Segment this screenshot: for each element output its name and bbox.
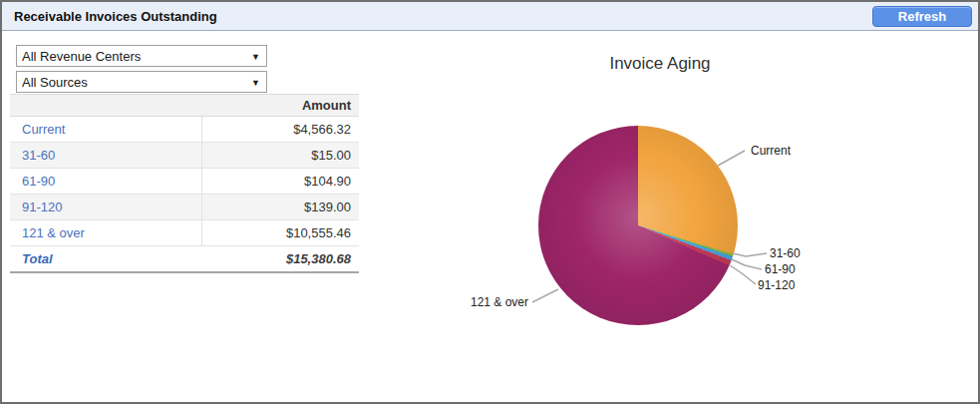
table-row: 61-90 $104.90 (10, 169, 359, 195)
amount-column-header: Amount (201, 95, 359, 117)
table-row: Current $4,566.32 (10, 117, 359, 143)
panel-header: Receivable Invoices Outstanding (2, 2, 978, 31)
aging-table: Amount Current $4,566.32 31-60 $15.00 61… (10, 94, 359, 273)
total-amount: $15,380.68 (201, 246, 359, 273)
chart-title: Invoice Aging (381, 54, 939, 74)
empty-header-cell (10, 95, 201, 117)
pie-label-91-120: 91-120 (758, 278, 795, 292)
total-row: Total $15,380.68 (10, 246, 359, 273)
table-row: 91-120 $139.00 (10, 195, 359, 220)
amount-value: $104.90 (201, 169, 359, 195)
aging-link-61-90[interactable]: 61-90 (22, 174, 55, 189)
pie-label-31-60: 31-60 (770, 246, 801, 260)
pie-label-61-90: 61-90 (765, 262, 796, 276)
source-dropdown[interactable]: All Sources ▼ (16, 71, 267, 93)
aging-link-31-60[interactable]: 31-60 (22, 148, 55, 163)
receivables-panel: Receivable Invoices Outstanding Refresh … (0, 0, 980, 404)
aging-link-91-120[interactable]: 91-120 (22, 200, 62, 214)
filter-controls: All Revenue Centers ▼ All Sources ▼ (16, 45, 267, 97)
table-row: 121 & over $10,555.46 (10, 220, 359, 246)
aging-link-121-over[interactable]: 121 & over (22, 225, 85, 240)
table-header-row: Amount (10, 95, 359, 117)
refresh-button[interactable]: Refresh (872, 6, 972, 27)
amount-value: $4,566.32 (201, 117, 359, 143)
source-select[interactable]: All Sources (17, 72, 266, 92)
amount-value: $10,555.46 (201, 220, 359, 246)
amount-value: $15.00 (201, 143, 359, 169)
pie-label-121-over: 121 & over (401, 295, 528, 309)
pie-label-current: Current (751, 144, 791, 158)
revenue-center-select[interactable]: All Revenue Centers (17, 46, 266, 66)
revenue-center-dropdown[interactable]: All Revenue Centers ▼ (16, 45, 267, 67)
amount-value: $139.00 (201, 195, 359, 220)
pie-chart[interactable] (538, 126, 738, 325)
total-label: Total (10, 246, 201, 273)
aging-link-current[interactable]: Current (22, 122, 65, 137)
invoice-aging-chart: Invoice Aging Current 31-60 61-90 91-120… (381, 42, 959, 371)
table-row: 31-60 $15.00 (10, 143, 359, 169)
page-title: Receivable Invoices Outstanding (2, 9, 217, 24)
